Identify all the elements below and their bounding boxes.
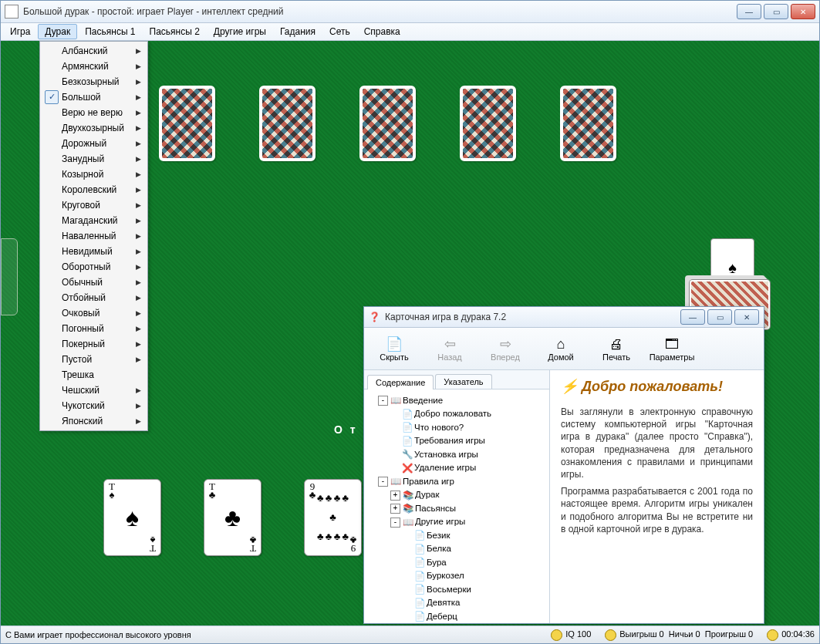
tree-node[interactable]: 🔧Установка игры <box>367 448 546 461</box>
tree-node[interactable]: 📄Восьмерки <box>367 583 546 596</box>
dd-item[interactable]: Оборотный▶ <box>42 259 146 275</box>
player-card[interactable]: Т♣ Т♣ ♣ <box>204 479 262 556</box>
player-card[interactable]: 9♣ 9♣ ♣♣♣♣♣♣♣♣♣ <box>304 479 362 556</box>
dd-item[interactable]: Королевский▶ <box>42 182 146 197</box>
tree-node[interactable]: -📖Другие игры <box>367 515 546 528</box>
dd-item[interactable]: Двухкозырный▶ <box>42 120 146 136</box>
main-window: Большой дурак - простой: играет Player -… <box>0 0 820 644</box>
player-card[interactable]: Т♠ Т♠ ♠ <box>103 479 161 556</box>
expand-icon[interactable]: + <box>390 504 400 514</box>
maximize-button[interactable]: ▭ <box>764 4 788 19</box>
dd-label: Двухкозырный <box>62 123 124 133</box>
help-close-button[interactable]: ✕ <box>734 309 759 325</box>
tool-icon: ⇨ <box>500 335 511 352</box>
dd-item[interactable]: Погонный▶ <box>42 321 146 336</box>
help-tree[interactable]: -📖Введение📄Добро пожаловать📄Что нового?📄… <box>364 389 549 623</box>
tree-node[interactable]: 📄Требования игры <box>367 434 546 447</box>
help-maximize-button[interactable]: ▭ <box>707 309 732 325</box>
dd-label: Армянский <box>62 61 109 72</box>
submenu-arrow-icon: ▶ <box>136 124 141 132</box>
tree-node[interactable]: 📄Девятка <box>367 596 546 609</box>
window-title: Большой дурак - простой: играет Player -… <box>23 6 737 17</box>
dd-item[interactable]: Отбойный▶ <box>42 290 146 305</box>
dd-item[interactable]: Трешка <box>42 367 146 383</box>
expand-icon[interactable]: - <box>390 518 400 528</box>
node-icon: 📄 <box>414 583 425 596</box>
node-label: Белка <box>427 544 451 553</box>
dd-item[interactable]: Чешский▶ <box>42 383 146 398</box>
dd-item[interactable]: Круговой▶ <box>42 197 146 213</box>
menu-Пасьянсы 2[interactable]: Пасьянсы 2 <box>143 25 206 39</box>
submenu-arrow-icon: ▶ <box>136 248 141 255</box>
tab-contents[interactable]: Содержание <box>367 375 434 389</box>
dd-item[interactable]: Албанский▶ <box>42 43 146 59</box>
statusbar: С Вами играет профессионал высокого уров… <box>1 625 819 643</box>
dd-item[interactable]: ✓Большой▶ <box>42 89 146 105</box>
tree-node[interactable]: +📚Дурак <box>367 488 546 501</box>
dd-item[interactable]: Безкозырный▶ <box>42 74 146 89</box>
tree-node[interactable]: 📄Что нового? <box>367 421 546 434</box>
tree-node[interactable]: 📄Безик <box>367 529 546 542</box>
tool-label: Вперед <box>491 352 520 362</box>
dd-item[interactable]: Чукотский▶ <box>42 398 146 413</box>
node-label: Дурак <box>415 490 440 499</box>
dd-label: Наваленный <box>62 231 116 241</box>
close-button[interactable]: ✕ <box>791 4 815 19</box>
dd-item[interactable]: Японский▶ <box>42 413 146 429</box>
menu-Другие игры[interactable]: Другие игры <box>208 25 272 39</box>
help-titlebar[interactable]: Карточная игра в дурака 7.2 — ▭ ✕ <box>364 307 764 328</box>
menu-Гадания[interactable]: Гадания <box>274 25 322 39</box>
menu-Дурак[interactable]: Дурак <box>38 24 77 39</box>
dd-item[interactable]: Магаданский▶ <box>42 213 146 228</box>
expand-icon[interactable]: + <box>390 491 400 501</box>
menu-Справка[interactable]: Справка <box>358 25 407 39</box>
dd-item[interactable]: Занудный▶ <box>42 151 146 167</box>
tree-node[interactable]: +📚Пасьянсы <box>367 502 546 515</box>
dd-item[interactable]: Невидимый▶ <box>42 244 146 259</box>
check-icon: ✓ <box>45 90 59 104</box>
menu-Пасьянсы 1[interactable]: Пасьянсы 1 <box>79 25 141 39</box>
menu-Сеть[interactable]: Сеть <box>323 25 356 39</box>
opponent-card <box>560 86 616 161</box>
dd-item[interactable]: Наваленный▶ <box>42 228 146 244</box>
tree-node[interactable]: 📄Деберц <box>367 610 546 623</box>
dd-item[interactable]: Пустой▶ <box>42 352 146 367</box>
expand-icon[interactable]: - <box>378 477 388 487</box>
help-content[interactable]: Добро пожаловать! Вы заглянули в электро… <box>550 370 764 623</box>
expand-icon[interactable]: - <box>378 396 388 406</box>
tree-node[interactable]: -📖Правила игр <box>367 475 546 488</box>
help-tool-Домой[interactable]: ⌂Домой <box>535 334 586 363</box>
dd-item[interactable]: Козырной▶ <box>42 167 146 182</box>
tree-node[interactable]: 📄Бура <box>367 556 546 569</box>
dd-item[interactable]: Дорожный▶ <box>42 136 146 151</box>
tree-node[interactable]: 📄Добро пожаловать <box>367 407 546 420</box>
tree-node[interactable]: -📖Введение <box>367 394 546 407</box>
tool-icon: 🖨 <box>609 335 623 352</box>
status-text: С Вами играет профессионал высокого уров… <box>5 630 191 639</box>
dd-item[interactable]: Покерный▶ <box>42 336 146 352</box>
submenu-arrow-icon: ▶ <box>136 170 141 178</box>
dd-item[interactable]: Верю не верю▶ <box>42 105 146 120</box>
dd-item[interactable]: Армянский▶ <box>42 59 146 74</box>
tab-index[interactable]: Указатель <box>435 374 491 389</box>
dd-item[interactable]: Очковый▶ <box>42 305 146 321</box>
tool-icon: ⌂ <box>557 335 565 352</box>
node-icon: 📄 <box>414 556 425 569</box>
game-table[interactable]: ♠ О т б Т♠ Т♠ ♠ Т♣ Т♣ ♣ 9♣ 9♣ ♣♣♣♣♣♣♣♣♣ … <box>1 41 819 625</box>
help-tool-Печать[interactable]: 🖨Печать <box>591 334 642 363</box>
tree-node[interactable]: ❌Удаление игры <box>367 461 546 474</box>
titlebar[interactable]: Большой дурак - простой: играет Player -… <box>1 1 819 23</box>
minimize-button[interactable]: — <box>737 4 761 19</box>
tree-node[interactable]: 📄Буркозел <box>367 569 546 582</box>
menu-Игра[interactable]: Игра <box>4 25 36 39</box>
node-icon: 📚 <box>403 502 413 515</box>
help-minimize-button[interactable]: — <box>680 309 705 325</box>
help-tool-Параметры[interactable]: 🗔Параметры <box>646 334 697 363</box>
dd-item[interactable]: Обычный▶ <box>42 275 146 290</box>
tree-node[interactable]: 📄Белка <box>367 542 546 555</box>
dd-label: Отбойный <box>62 292 106 303</box>
submenu-arrow-icon: ▶ <box>136 232 141 240</box>
help-tool-Скрыть[interactable]: 📄Скрыть <box>369 334 420 363</box>
help-heading: Добро пожаловать! <box>561 378 753 395</box>
dd-label: Чешский <box>62 385 100 396</box>
